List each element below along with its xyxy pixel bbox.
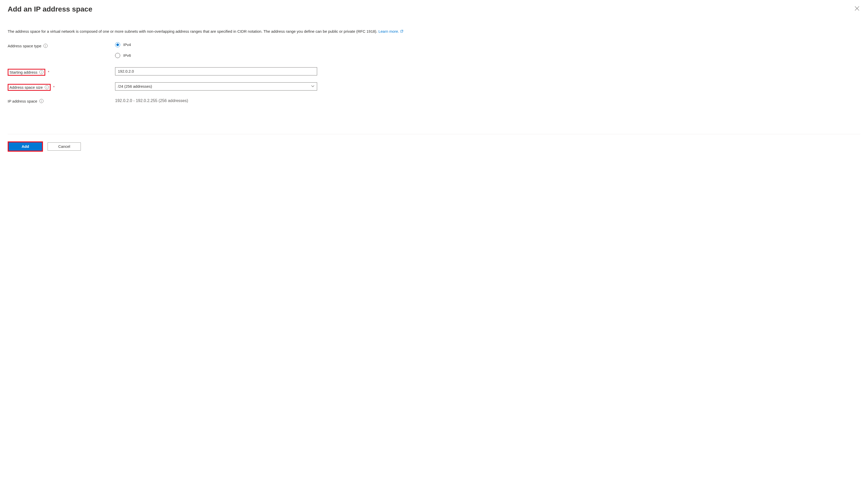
highlight-starting-address: Starting address i <box>8 69 45 76</box>
info-icon[interactable]: i <box>39 99 43 103</box>
panel-header: Add an IP address space <box>8 5 860 13</box>
highlight-add-button: Add <box>8 142 43 151</box>
description-text: The address space for a virtual network … <box>8 29 860 34</box>
field-address-space-type: Address space type i IPv4 IPv6 <box>8 42 860 58</box>
radio-ipv4[interactable]: IPv4 <box>115 42 317 47</box>
radio-button-icon <box>115 42 120 47</box>
field-starting-address: Starting address i * <box>8 67 860 76</box>
required-indicator: * <box>53 85 54 89</box>
address-space-type-radio-group: IPv4 IPv6 <box>115 42 317 58</box>
radio-ipv6-label: IPv6 <box>123 53 131 57</box>
learn-more-link[interactable]: Learn more. <box>379 29 403 33</box>
panel-title: Add an IP address space <box>8 5 92 13</box>
address-space-size-select[interactable]: /24 (256 addresses) <box>115 82 317 91</box>
footer-actions: Add Cancel <box>8 142 860 151</box>
radio-button-icon <box>115 53 120 58</box>
info-icon[interactable]: i <box>39 70 43 74</box>
field-ip-address-space: IP address space i 192.0.2.0 - 192.0.2.2… <box>8 97 860 103</box>
required-indicator: * <box>48 70 49 74</box>
field-address-space-size: Address space size i * /24 (256 addresse… <box>8 82 860 91</box>
footer-separator <box>8 134 860 134</box>
address-space-size-label: Address space size <box>9 85 43 90</box>
radio-ipv4-label: IPv4 <box>123 42 131 47</box>
starting-address-input[interactable] <box>115 67 317 75</box>
ip-address-space-label: IP address space <box>8 99 37 103</box>
add-button[interactable]: Add <box>9 143 42 150</box>
info-icon[interactable]: i <box>45 85 49 89</box>
radio-ipv6[interactable]: IPv6 <box>115 53 317 58</box>
cancel-button[interactable]: Cancel <box>48 143 81 150</box>
info-icon[interactable]: i <box>43 44 48 48</box>
external-link-icon <box>400 30 403 33</box>
description-body: The address space for a virtual network … <box>8 29 379 33</box>
close-icon[interactable] <box>854 5 860 13</box>
highlight-address-space-size: Address space size i <box>8 84 51 91</box>
address-space-type-label: Address space type <box>8 44 41 48</box>
starting-address-label: Starting address <box>9 70 37 74</box>
ip-address-space-value: 192.0.2.0 - 192.0.2.255 (256 addresses) <box>115 97 317 103</box>
